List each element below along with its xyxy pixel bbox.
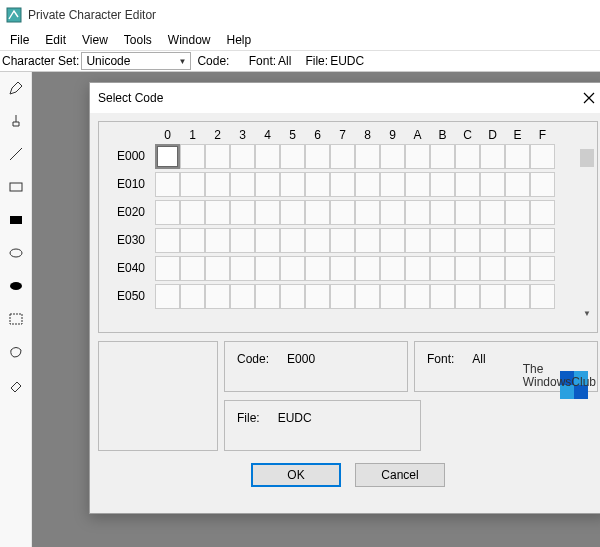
menu-item-help[interactable]: Help bbox=[219, 31, 260, 49]
grid-cell[interactable] bbox=[330, 144, 355, 169]
menu-item-window[interactable]: Window bbox=[160, 31, 219, 49]
grid-cell[interactable] bbox=[530, 256, 555, 281]
grid-cell[interactable] bbox=[230, 284, 255, 309]
grid-cell[interactable] bbox=[180, 144, 205, 169]
grid-cell[interactable] bbox=[280, 172, 305, 197]
grid-cell[interactable] bbox=[380, 172, 405, 197]
close-button[interactable] bbox=[580, 89, 598, 107]
charset-dropdown[interactable]: Unicode ▼ bbox=[81, 52, 191, 70]
grid-cell[interactable] bbox=[480, 200, 505, 225]
grid-cell[interactable] bbox=[505, 144, 530, 169]
ellipse-outline-tool-icon[interactable] bbox=[8, 245, 24, 264]
grid-cell[interactable] bbox=[155, 172, 180, 197]
grid-cell[interactable] bbox=[180, 256, 205, 281]
grid-cell[interactable] bbox=[405, 284, 430, 309]
grid-cell[interactable] bbox=[230, 200, 255, 225]
grid-cell[interactable] bbox=[155, 284, 180, 309]
grid-cell[interactable] bbox=[380, 144, 405, 169]
grid-cell[interactable] bbox=[255, 256, 280, 281]
menu-item-view[interactable]: View bbox=[74, 31, 116, 49]
grid-cell[interactable] bbox=[280, 200, 305, 225]
grid-cell[interactable] bbox=[380, 228, 405, 253]
grid-cell[interactable] bbox=[330, 284, 355, 309]
grid-cell[interactable] bbox=[505, 200, 530, 225]
grid-cell[interactable] bbox=[430, 284, 455, 309]
scroll-down-icon[interactable]: ▼ bbox=[583, 309, 591, 318]
grid-cell[interactable] bbox=[530, 228, 555, 253]
grid-cell[interactable] bbox=[405, 172, 430, 197]
grid-cell[interactable] bbox=[430, 144, 455, 169]
grid-cell[interactable] bbox=[180, 172, 205, 197]
grid-cell[interactable] bbox=[355, 200, 380, 225]
grid-cell[interactable] bbox=[405, 200, 430, 225]
grid-cell[interactable] bbox=[280, 284, 305, 309]
grid-cell[interactable] bbox=[205, 144, 230, 169]
grid-scrollbar[interactable]: ▲ ▼ bbox=[579, 148, 595, 318]
grid-cell[interactable] bbox=[405, 228, 430, 253]
grid-cell[interactable] bbox=[255, 284, 280, 309]
grid-cell[interactable] bbox=[480, 172, 505, 197]
grid-cell[interactable] bbox=[480, 256, 505, 281]
grid-cell[interactable] bbox=[330, 172, 355, 197]
grid-cell[interactable] bbox=[255, 172, 280, 197]
grid-cell[interactable] bbox=[530, 200, 555, 225]
freeform-select-tool-icon[interactable] bbox=[8, 344, 24, 363]
grid-cell[interactable] bbox=[455, 200, 480, 225]
grid-cell[interactable] bbox=[155, 228, 180, 253]
grid-cell[interactable] bbox=[305, 144, 330, 169]
scroll-thumb[interactable] bbox=[580, 149, 594, 167]
grid-cell[interactable] bbox=[205, 172, 230, 197]
rect-outline-tool-icon[interactable] bbox=[8, 179, 24, 198]
cancel-button[interactable]: Cancel bbox=[355, 463, 445, 487]
rect-filled-tool-icon[interactable] bbox=[8, 212, 24, 231]
grid-cell[interactable] bbox=[205, 256, 230, 281]
grid-cell[interactable] bbox=[305, 200, 330, 225]
grid-cell[interactable] bbox=[380, 284, 405, 309]
grid-cell[interactable] bbox=[330, 228, 355, 253]
grid-cell[interactable] bbox=[455, 144, 480, 169]
grid-cell[interactable] bbox=[380, 256, 405, 281]
grid-cell[interactable] bbox=[205, 200, 230, 225]
grid-cell[interactable] bbox=[230, 228, 255, 253]
grid-cell[interactable] bbox=[180, 228, 205, 253]
grid-cell[interactable] bbox=[530, 284, 555, 309]
grid-cell[interactable] bbox=[180, 200, 205, 225]
grid-cell[interactable] bbox=[330, 200, 355, 225]
pencil-tool-icon[interactable] bbox=[8, 80, 24, 99]
grid-cell[interactable] bbox=[505, 256, 530, 281]
select-rect-tool-icon[interactable] bbox=[8, 311, 24, 330]
grid-cell[interactable] bbox=[330, 256, 355, 281]
eraser-tool-icon[interactable] bbox=[8, 377, 24, 396]
grid-cell[interactable] bbox=[405, 144, 430, 169]
grid-cell[interactable] bbox=[230, 144, 255, 169]
grid-cell[interactable] bbox=[480, 228, 505, 253]
grid-cell[interactable] bbox=[455, 172, 480, 197]
menu-item-edit[interactable]: Edit bbox=[37, 31, 74, 49]
grid-cell[interactable] bbox=[280, 256, 305, 281]
grid-cell[interactable] bbox=[380, 200, 405, 225]
grid-cell[interactable] bbox=[205, 228, 230, 253]
grid-cell[interactable] bbox=[455, 256, 480, 281]
grid-cell[interactable] bbox=[180, 284, 205, 309]
grid-cell[interactable] bbox=[305, 172, 330, 197]
grid-cell[interactable] bbox=[255, 228, 280, 253]
menu-item-tools[interactable]: Tools bbox=[116, 31, 160, 49]
grid-cell[interactable] bbox=[155, 200, 180, 225]
grid-cell[interactable] bbox=[155, 144, 180, 169]
grid-cell[interactable] bbox=[505, 284, 530, 309]
grid-cell[interactable] bbox=[305, 228, 330, 253]
menu-item-file[interactable]: File bbox=[2, 31, 37, 49]
grid-cell[interactable] bbox=[355, 144, 380, 169]
grid-cell[interactable] bbox=[355, 256, 380, 281]
grid-cell[interactable] bbox=[155, 256, 180, 281]
grid-cell[interactable] bbox=[355, 228, 380, 253]
grid-cell[interactable] bbox=[230, 256, 255, 281]
grid-cell[interactable] bbox=[505, 172, 530, 197]
grid-cell[interactable] bbox=[455, 284, 480, 309]
grid-cell[interactable] bbox=[205, 284, 230, 309]
grid-cell[interactable] bbox=[530, 172, 555, 197]
grid-cell[interactable] bbox=[355, 172, 380, 197]
grid-cell[interactable] bbox=[305, 284, 330, 309]
grid-cell[interactable] bbox=[480, 144, 505, 169]
grid-cell[interactable] bbox=[430, 256, 455, 281]
